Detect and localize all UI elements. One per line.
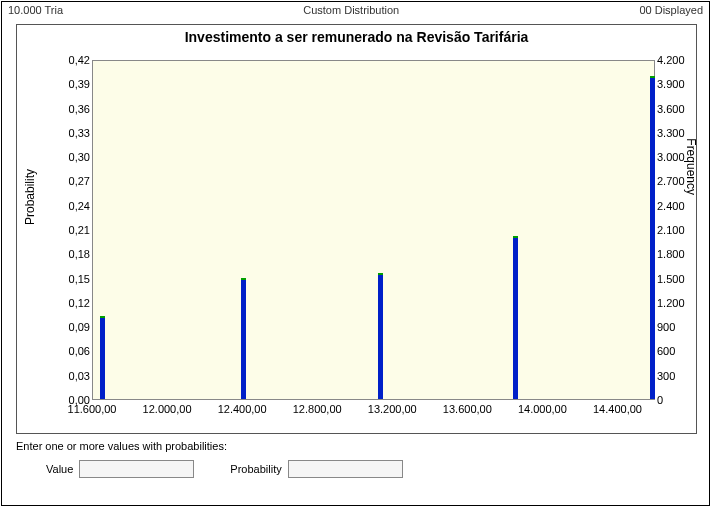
y-right-tick: 3.000: [657, 151, 697, 163]
y-right-tick: 0: [657, 394, 697, 406]
y-right-tick: 900: [657, 321, 697, 333]
probability-field-label: Probability: [230, 463, 281, 475]
y-left-tick: 0,21: [50, 224, 90, 236]
y-right-tick: 3.600: [657, 103, 697, 115]
y-right-tick: 600: [657, 345, 697, 357]
x-tick: 14.000,00: [518, 403, 567, 415]
plot-area: [92, 60, 655, 400]
y-left-tick: 0,42: [50, 54, 90, 66]
value-input[interactable]: [79, 460, 194, 478]
y-left-tick: 0,24: [50, 200, 90, 212]
y-axis-left-label: Probability: [23, 169, 37, 225]
x-tick: 12.800,00: [293, 403, 342, 415]
chart-frame: Investimento a ser remunerado na Revisão…: [16, 24, 697, 434]
y-left-tick: 0,33: [50, 127, 90, 139]
data-bar: [513, 236, 518, 399]
x-tick: 14.400,00: [593, 403, 642, 415]
x-tick: 12.400,00: [218, 403, 267, 415]
y-right-tick: 2.700: [657, 175, 697, 187]
x-tick: 11.600,00: [68, 403, 117, 415]
window-frame: 10.000 Tria Custom Distribution 00 Displ…: [1, 1, 710, 506]
data-bar: [378, 273, 383, 399]
y-left-tick: 0,12: [50, 297, 90, 309]
trials-label: 10.000 Tria: [8, 4, 63, 16]
y-right-tick: 2.100: [657, 224, 697, 236]
y-left-tick: 0,27: [50, 175, 90, 187]
y-right-tick: 2.400: [657, 200, 697, 212]
y-right-tick: 4.200: [657, 54, 697, 66]
data-bar: [100, 316, 105, 399]
y-left-tick: 0,15: [50, 273, 90, 285]
data-bar: [650, 76, 655, 399]
x-tick: 13.600,00: [443, 403, 492, 415]
input-section: Enter one or more values with probabilit…: [16, 440, 403, 478]
y-left-tick: 0,39: [50, 78, 90, 90]
y-left-tick: 0,03: [50, 370, 90, 382]
x-tick: 13.200,00: [368, 403, 417, 415]
input-prompt: Enter one or more values with probabilit…: [16, 440, 403, 452]
y-right-tick: 1.500: [657, 273, 697, 285]
y-right-tick: 300: [657, 370, 697, 382]
header-bar: 10.000 Tria Custom Distribution 00 Displ…: [2, 2, 709, 16]
probability-input[interactable]: [288, 460, 403, 478]
distribution-type-label: Custom Distribution: [303, 4, 399, 16]
chart-title: Investimento a ser remunerado na Revisão…: [17, 25, 696, 45]
value-field-label: Value: [46, 463, 73, 475]
y-left-tick: 0,18: [50, 248, 90, 260]
y-left-tick: 0,30: [50, 151, 90, 163]
x-tick: 12.000,00: [143, 403, 192, 415]
y-left-tick: 0,09: [50, 321, 90, 333]
y-right-tick: 1.200: [657, 297, 697, 309]
y-right-tick: 3.300: [657, 127, 697, 139]
displayed-label: 00 Displayed: [639, 4, 703, 16]
data-bar: [241, 278, 246, 399]
y-left-tick: 0,06: [50, 345, 90, 357]
y-left-tick: 0,36: [50, 103, 90, 115]
y-right-tick: 3.900: [657, 78, 697, 90]
y-right-tick: 1.800: [657, 248, 697, 260]
